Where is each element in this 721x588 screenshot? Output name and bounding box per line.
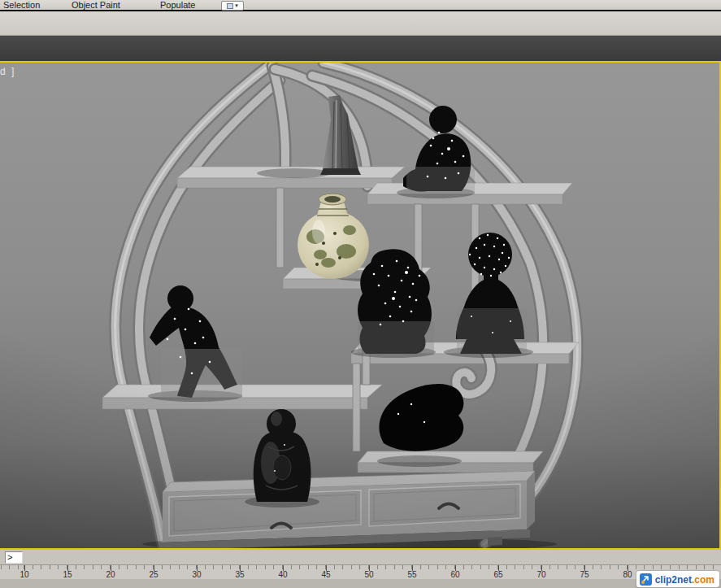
maxscript-mini-listener: > [0,550,721,564]
timeline-tick-label: 10 [20,570,28,579]
3dsmax-window: Selection Object Paint Populate ▾ [0,0,721,588]
viewport-label[interactable]: d ] [0,66,15,77]
scene-3d [0,63,719,548]
timeline-tick-label: 15 [63,570,72,579]
timeline-tick-label: 25 [149,570,158,579]
toolbar-empty-area [0,36,721,61]
tab-populate[interactable]: Populate [160,0,195,10]
timeline-tick-label: 75 [580,570,589,579]
status-bar [0,579,721,588]
timeline-ruler[interactable]: 101520253035404550556065707580 [0,564,721,579]
timeline-tick-label: 20 [106,570,115,579]
clip2net-icon [640,573,652,586]
timeline-tick-label: 35 [235,570,244,579]
timeline-tick-label: 40 [278,570,287,579]
maxscript-listener-input[interactable]: > [5,551,23,564]
clip2net-watermark[interactable]: clip2net.com [636,571,719,587]
tab-selection[interactable]: Selection [3,0,40,10]
timeline-tick-label: 45 [321,570,330,579]
figurine-foo-dog[interactable] [358,249,434,355]
ribbon-overflow-button[interactable]: ▾ [221,1,244,11]
figurine-buddha[interactable] [254,409,311,502]
figurine-boy-standing[interactable] [150,285,242,398]
figurine-bust[interactable] [456,233,527,354]
timeline-tick-label: 50 [364,570,373,579]
watermark-text: clip2net.com [655,572,714,586]
timeline-tick-label: 65 [493,570,502,579]
watermark-domain: .com [692,574,714,586]
ribbon-tab-bar: Selection Object Paint Populate ▾ [0,0,721,11]
watermark-brand: clip2net [655,574,692,586]
figurine-animal-blob[interactable] [379,384,463,451]
viewport[interactable]: d ] [0,61,721,550]
chevron-down-icon: ▾ [235,2,238,9]
ribbon-state-icon [227,3,233,9]
timeline-tick-label: 70 [536,570,545,579]
timeline-tick-label: 80 [623,570,632,579]
timeline-tick-label: 55 [407,570,416,579]
timeline-tick-label: 30 [192,570,201,579]
vase[interactable] [298,194,369,279]
tab-object-paint[interactable]: Object Paint [72,0,120,10]
timeline-minor-ticks [0,565,721,569]
ribbon-panel-collapsed [0,11,721,36]
timeline-tick-label: 60 [450,570,459,579]
cabinet-base[interactable] [142,471,557,548]
